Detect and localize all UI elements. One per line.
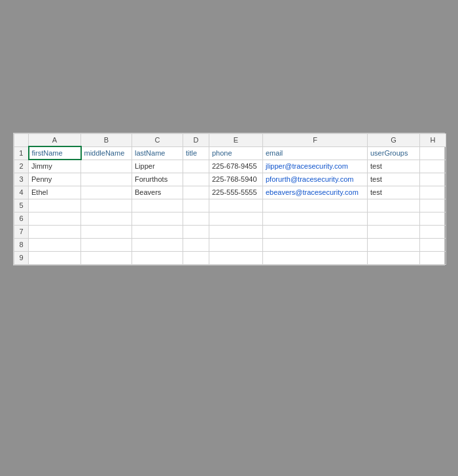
cell-d3[interactable]: [183, 173, 209, 186]
cell-e1[interactable]: phone: [209, 146, 263, 160]
cell-a5[interactable]: [29, 199, 81, 212]
cell-d7[interactable]: [183, 225, 209, 238]
cell-f5[interactable]: [263, 199, 368, 212]
cell-d4[interactable]: [183, 186, 209, 199]
table-row: 6: [14, 212, 446, 225]
row-num-8: 8: [14, 238, 29, 251]
cell-f8[interactable]: [263, 238, 368, 251]
cell-d1[interactable]: title: [183, 146, 209, 160]
cell-h7[interactable]: [420, 225, 446, 238]
cell-e5[interactable]: [209, 199, 263, 212]
cell-b9[interactable]: [81, 251, 132, 264]
cell-f7[interactable]: [263, 225, 368, 238]
cell-c3[interactable]: Forurthots: [132, 173, 183, 186]
cell-g4[interactable]: test: [368, 186, 420, 199]
cell-c7[interactable]: [132, 225, 183, 238]
col-header-g[interactable]: G: [368, 133, 420, 146]
cell-d9[interactable]: [183, 251, 209, 264]
cell-h6[interactable]: [420, 212, 446, 225]
col-header-c[interactable]: C: [132, 133, 183, 146]
table-row: 2 Jimmy Lipper 225-678-9455 jlipper@trac…: [14, 160, 446, 173]
cell-f6[interactable]: [263, 212, 368, 225]
cell-e2[interactable]: 225-678-9455: [209, 160, 263, 173]
cell-h9[interactable]: [420, 251, 446, 264]
cell-h8[interactable]: [420, 238, 446, 251]
cell-a2[interactable]: Jimmy: [29, 160, 81, 173]
row-num-4: 4: [14, 186, 29, 199]
cell-e7[interactable]: [209, 225, 263, 238]
cell-e8[interactable]: [209, 238, 263, 251]
table-row: 9: [14, 251, 446, 264]
cell-c6[interactable]: [132, 212, 183, 225]
cell-d6[interactable]: [183, 212, 209, 225]
cell-g9[interactable]: [368, 251, 420, 264]
cell-g1[interactable]: userGroups: [368, 146, 420, 160]
cell-b4[interactable]: [81, 186, 132, 199]
cell-f1[interactable]: email: [263, 146, 368, 160]
cell-c5[interactable]: [132, 199, 183, 212]
col-header-e[interactable]: E: [209, 133, 263, 146]
table-row: 1 firstName middleName lastName title ph…: [14, 146, 446, 160]
cell-f4[interactable]: ebeavers@tracesecurity.com: [263, 186, 368, 199]
cell-h4[interactable]: [420, 186, 446, 199]
cell-a8[interactable]: [29, 238, 81, 251]
col-header-f[interactable]: F: [263, 133, 368, 146]
table-row: 3 Penny Forurthots 225-768-5940 pforurth…: [14, 173, 446, 186]
cell-e9[interactable]: [209, 251, 263, 264]
cell-g3[interactable]: test: [368, 173, 420, 186]
table-row: 8: [14, 238, 446, 251]
row-num-5: 5: [14, 199, 29, 212]
cell-b1[interactable]: middleName: [81, 146, 132, 160]
cell-a3[interactable]: Penny: [29, 173, 81, 186]
row-num-9: 9: [14, 251, 29, 264]
cell-g6[interactable]: [368, 212, 420, 225]
col-header-h[interactable]: H: [420, 133, 446, 146]
cell-e6[interactable]: [209, 212, 263, 225]
cell-a1[interactable]: firstName: [29, 146, 81, 160]
cell-c1[interactable]: lastName: [132, 146, 183, 160]
column-header-row[interactable]: A B C D E F G H: [14, 133, 446, 146]
spreadsheet-table: A B C D E F G H 1 firstName middleName l…: [14, 133, 446, 265]
row-num-6: 6: [14, 212, 29, 225]
cell-e4[interactable]: 225-555-5555: [209, 186, 263, 199]
table-row: 5: [14, 199, 446, 212]
cell-d2[interactable]: [183, 160, 209, 173]
cell-c9[interactable]: [132, 251, 183, 264]
cell-d5[interactable]: [183, 199, 209, 212]
cell-a4[interactable]: Ethel: [29, 186, 81, 199]
cell-c2[interactable]: Lipper: [132, 160, 183, 173]
cell-g5[interactable]: [368, 199, 420, 212]
cell-f3[interactable]: pforurth@tracesecurity.com: [263, 173, 368, 186]
cell-h2[interactable]: [420, 160, 446, 173]
cell-b5[interactable]: [81, 199, 132, 212]
cell-b3[interactable]: [81, 173, 132, 186]
cell-a7[interactable]: [29, 225, 81, 238]
cell-c8[interactable]: [132, 238, 183, 251]
cell-a6[interactable]: [29, 212, 81, 225]
cell-b8[interactable]: [81, 238, 132, 251]
spreadsheet-container: A B C D E F G H 1 firstName middleName l…: [13, 133, 445, 265]
cell-f9[interactable]: [263, 251, 368, 264]
cell-f2[interactable]: jlipper@tracesecurity.com: [263, 160, 368, 173]
cell-g2[interactable]: test: [368, 160, 420, 173]
row-num-3: 3: [14, 173, 29, 186]
col-header-a[interactable]: A: [29, 133, 81, 146]
cell-b7[interactable]: [81, 225, 132, 238]
row-num-2: 2: [14, 160, 29, 173]
table-row: 4 Ethel Beavers 225-555-5555 ebeavers@tr…: [14, 186, 446, 199]
cell-d8[interactable]: [183, 238, 209, 251]
cell-c4[interactable]: Beavers: [132, 186, 183, 199]
col-header-b[interactable]: B: [81, 133, 132, 146]
row-num-1: 1: [14, 146, 29, 160]
cell-g8[interactable]: [368, 238, 420, 251]
cell-g7[interactable]: [368, 225, 420, 238]
cell-h3[interactable]: [420, 173, 446, 186]
cell-e3[interactable]: 225-768-5940: [209, 173, 263, 186]
cell-b6[interactable]: [81, 212, 132, 225]
cell-h5[interactable]: [420, 199, 446, 212]
corner-cell: [14, 133, 29, 146]
cell-a9[interactable]: [29, 251, 81, 264]
cell-h1[interactable]: [420, 146, 446, 160]
cell-b2[interactable]: [81, 160, 132, 173]
col-header-d[interactable]: D: [183, 133, 209, 146]
